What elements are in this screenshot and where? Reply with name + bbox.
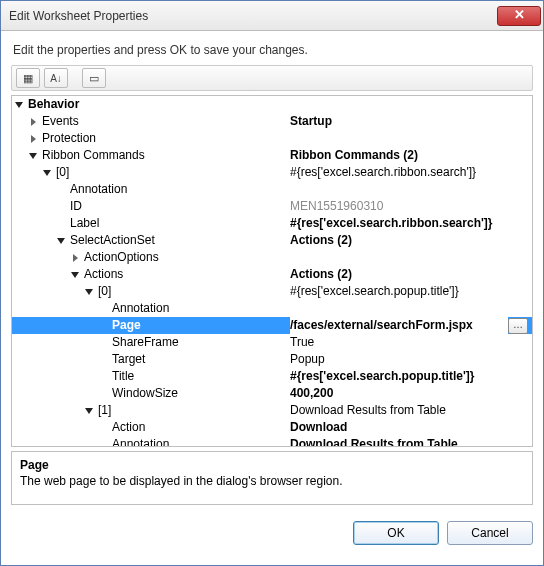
grid-icon: ▦ bbox=[23, 72, 33, 85]
property-grid[interactable]: Behavior Events Startup Protection Ribbo… bbox=[11, 95, 533, 447]
prop-actions[interactable]: Actions Actions (2) bbox=[12, 266, 532, 283]
categorized-button[interactable]: ▦ bbox=[16, 68, 40, 88]
prop-action-0[interactable]: [0] #{res['excel.search.popup.title']} bbox=[12, 283, 532, 300]
prop-label[interactable]: Label #{res['excel.search.ribbon.search'… bbox=[12, 215, 532, 232]
property-pages-button[interactable]: ▭ bbox=[82, 68, 106, 88]
pages-icon: ▭ bbox=[89, 72, 99, 85]
prop-a0-title[interactable]: Title #{res['excel.search.popup.title']} bbox=[12, 368, 532, 385]
category-behavior[interactable]: Behavior bbox=[12, 96, 532, 113]
prop-a1-action[interactable]: Action Download bbox=[12, 419, 532, 436]
page-browse-button[interactable]: … bbox=[508, 318, 528, 334]
ok-button[interactable]: OK bbox=[353, 521, 439, 545]
prop-a0-shareframe[interactable]: ShareFrame True bbox=[12, 334, 532, 351]
instruction-text: Edit the properties and press OK to save… bbox=[13, 43, 533, 57]
prop-annotation[interactable]: Annotation bbox=[12, 181, 532, 198]
window-title: Edit Worksheet Properties bbox=[9, 9, 497, 23]
dialog-content: Edit the properties and press OK to save… bbox=[1, 31, 543, 555]
prop-a0-page[interactable]: Page /faces/external/searchForm.jspx … bbox=[12, 317, 532, 334]
prop-a0-annotation[interactable]: Annotation bbox=[12, 300, 532, 317]
prop-action-1[interactable]: [1] Download Results from Table bbox=[12, 402, 532, 419]
close-icon: ✕ bbox=[514, 7, 525, 22]
description-panel: Page The web page to be displayed in the… bbox=[11, 451, 533, 505]
prop-ribbon-0[interactable]: [0] #{res['excel.search.ribbon.search']} bbox=[12, 164, 532, 181]
close-button[interactable]: ✕ bbox=[497, 6, 541, 26]
prop-a1-annotation[interactable]: Annotation Download Results from Table bbox=[12, 436, 532, 447]
cancel-button[interactable]: Cancel bbox=[447, 521, 533, 545]
toolbar: ▦ A↓ ▭ bbox=[11, 65, 533, 91]
prop-protection[interactable]: Protection bbox=[12, 130, 532, 147]
prop-a0-target[interactable]: Target Popup bbox=[12, 351, 532, 368]
prop-action-options[interactable]: ActionOptions bbox=[12, 249, 532, 266]
prop-events[interactable]: Events Startup bbox=[12, 113, 532, 130]
dialog-buttons: OK Cancel bbox=[11, 521, 533, 545]
prop-ribbon-commands[interactable]: Ribbon Commands Ribbon Commands (2) bbox=[12, 147, 532, 164]
prop-a0-windowsize[interactable]: WindowSize 400,200 bbox=[12, 385, 532, 402]
sort-icon: A↓ bbox=[50, 73, 62, 84]
description-title: Page bbox=[20, 458, 524, 472]
title-bar: Edit Worksheet Properties ✕ bbox=[1, 1, 543, 31]
category-label: Behavior bbox=[26, 96, 79, 113]
description-text: The web page to be displayed in the dial… bbox=[20, 474, 524, 488]
prop-id[interactable]: ID MEN1551960310 bbox=[12, 198, 532, 215]
sort-button[interactable]: A↓ bbox=[44, 68, 68, 88]
prop-select-action-set[interactable]: SelectActionSet Actions (2) bbox=[12, 232, 532, 249]
